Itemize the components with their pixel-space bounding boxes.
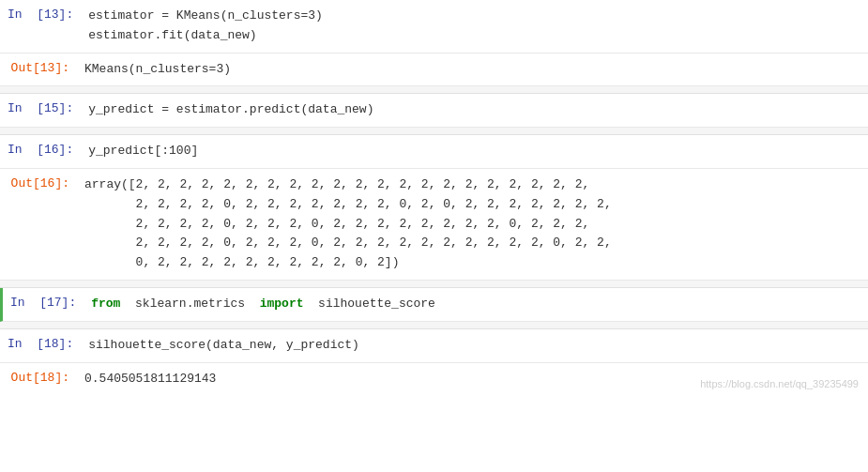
cell-separator-3	[0, 281, 868, 288]
cell-label-in17: In [17]:	[3, 288, 82, 321]
cell-content-in13[interactable]: estimator = KMeans(n_clusters=3) estimat…	[79, 0, 868, 53]
cell-label-in15: In [15]:	[0, 94, 79, 127]
keyword-import: import	[260, 297, 304, 311]
output-line: 2, 2, 2, 2, 0, 2, 2, 2, 2, 2, 2, 2, 0, 2…	[84, 195, 859, 215]
code-text: silhouette_score	[303, 297, 434, 311]
watermark: https://blog.csdn.net/qq_39235499	[700, 378, 859, 389]
cell-out13: Out[13]: KMeans(n_clusters=3)	[0, 53, 868, 87]
output-line: 2, 2, 2, 2, 0, 2, 2, 2, 0, 2, 2, 2, 2, 2…	[84, 234, 859, 253]
code-line: y_predict = estimator.predict(data_new)	[88, 100, 859, 120]
cell-separator-2	[0, 128, 868, 135]
output-line: array([2, 2, 2, 2, 2, 2, 2, 2, 2, 2, 2, …	[84, 175, 859, 195]
cell-content-in17[interactable]: from sklearn.metrics import silhouette_s…	[82, 288, 868, 321]
code-text: sklearn.metrics	[120, 297, 259, 311]
cell-out18: Out[18]: 0.5405051811129143 https://blog…	[0, 363, 868, 396]
code-line: estimator.fit(data_new)	[88, 26, 859, 46]
cell-label-out18: Out[18]:	[0, 363, 75, 396]
code-line: y_predict[:100]	[88, 142, 859, 161]
cell-content-in16[interactable]: y_predict[:100]	[79, 135, 868, 168]
cell-in16: In [16]: y_predict[:100]	[0, 135, 868, 169]
output-line: 0, 2, 2, 2, 2, 2, 2, 2, 2, 2, 0, 2])	[84, 253, 859, 273]
notebook: In [13]: estimator = KMeans(n_clusters=3…	[0, 0, 868, 472]
cell-separator	[0, 86, 868, 94]
cell-label-in13: In [13]:	[0, 0, 79, 53]
cell-in15: In [15]: y_predict = estimator.predict(d…	[0, 94, 868, 128]
cell-label-out16: Out[16]:	[0, 169, 75, 280]
cell-out16: Out[16]: array([2, 2, 2, 2, 2, 2, 2, 2, …	[0, 169, 868, 281]
cell-separator-4	[0, 322, 868, 329]
cell-label-in18: In [18]:	[0, 329, 79, 362]
cell-content-in15[interactable]: y_predict = estimator.predict(data_new)	[79, 94, 868, 127]
cell-in17: In [17]: from sklearn.metrics import sil…	[0, 288, 868, 322]
cell-content-out13: KMeans(n_clusters=3)	[75, 53, 868, 86]
output-line: 2, 2, 2, 2, 0, 2, 2, 2, 0, 2, 2, 2, 2, 2…	[84, 215, 859, 235]
cell-label-in16: In [16]:	[0, 135, 79, 168]
code-line: from sklearn.metrics import silhouette_s…	[91, 295, 859, 314]
keyword-from: from	[91, 297, 120, 311]
cell-label-out13: Out[13]:	[0, 53, 75, 86]
cell-content-out16: array([2, 2, 2, 2, 2, 2, 2, 2, 2, 2, 2, …	[75, 169, 868, 280]
code-line: estimator = KMeans(n_clusters=3)	[88, 7, 859, 26]
cell-in13: In [13]: estimator = KMeans(n_clusters=3…	[0, 0, 868, 53]
cell-in18: In [18]: silhouette_score(data_new, y_pr…	[0, 329, 868, 363]
code-line: silhouette_score(data_new, y_predict)	[88, 336, 859, 356]
cell-content-in18[interactable]: silhouette_score(data_new, y_predict)	[79, 329, 868, 362]
output-line: KMeans(n_clusters=3)	[84, 60, 859, 80]
